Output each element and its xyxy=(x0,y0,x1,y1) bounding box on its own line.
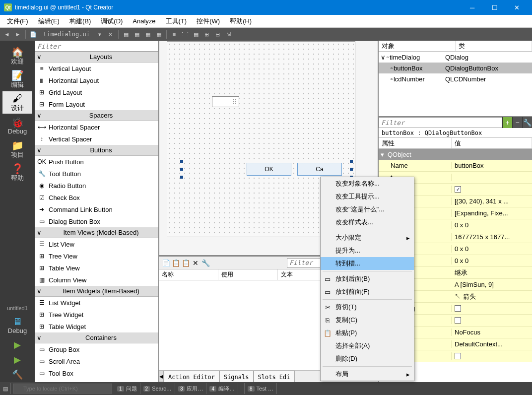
widget-item[interactable]: ⊟Form Layout xyxy=(35,98,158,110)
context-menu-item[interactable]: 📋粘贴(P) xyxy=(321,327,414,339)
bottom-tab[interactable]: Slots Edi xyxy=(254,371,295,382)
run-button[interactable]: ▶ xyxy=(2,337,32,352)
widget-item[interactable]: ⊞Tree View xyxy=(35,250,158,262)
widget-item[interactable]: ☑Check Box xyxy=(35,192,158,203)
widget-item[interactable]: ◉Radio Button xyxy=(35,180,158,192)
widget-item[interactable]: ▭Dialog Button Box xyxy=(35,215,158,227)
properties-icon[interactable]: 🔧 xyxy=(200,258,210,268)
object-tree-row[interactable]: ▫lcdNumberQLCDNumber xyxy=(379,73,532,84)
menu-item[interactable]: 构建(B) xyxy=(65,15,96,27)
target-selector[interactable]: 🖥Debug xyxy=(2,314,32,336)
bottom-tab[interactable]: Action Editor xyxy=(164,371,219,382)
widget-item[interactable]: ⊞Tree Widget xyxy=(35,309,158,321)
menu-item[interactable]: 文件(F) xyxy=(2,15,33,27)
widget-item[interactable]: ⊞Table View xyxy=(35,262,158,274)
widget-item[interactable]: ☰List View xyxy=(35,238,158,250)
widget-item[interactable]: ▭Tool Box xyxy=(35,367,158,379)
context-menu-item[interactable]: 布局▸ xyxy=(321,368,414,381)
lcd-number-widget[interactable]: ⠿ xyxy=(212,96,239,107)
mode-button[interactable]: 🐞Debug xyxy=(2,115,32,137)
open-file-path[interactable]: timedialog.ui xyxy=(39,31,94,38)
status-pane-button[interactable]: 1问题 xyxy=(114,383,140,394)
dialog-button-box[interactable]: OK Ca xyxy=(182,162,351,177)
property-category[interactable]: ▾QObject xyxy=(379,149,532,160)
forward-icon[interactable]: ► xyxy=(13,29,23,39)
remove-property-icon[interactable]: − xyxy=(512,117,522,128)
status-pane-button[interactable]: 8Test … xyxy=(245,383,277,394)
context-menu-item[interactable]: ⎘复制(C) xyxy=(321,314,414,327)
widget-item[interactable]: ⫼Horizontal Layout xyxy=(35,74,158,86)
paste-action-icon[interactable]: 📋 xyxy=(181,258,191,268)
close-button[interactable]: ✕ xyxy=(506,0,528,15)
back-icon[interactable]: ◄ xyxy=(2,29,12,39)
menu-item[interactable]: Analyze xyxy=(128,15,160,27)
context-menu-item[interactable]: 转到槽... xyxy=(321,257,414,270)
build-button[interactable]: 🔨 xyxy=(2,367,32,382)
mode-button[interactable]: 🏠欢迎 xyxy=(2,45,32,67)
new-action-icon[interactable]: 📄 xyxy=(161,258,171,268)
property-filter[interactable] xyxy=(379,117,502,128)
break-layout-icon[interactable]: ⊟ xyxy=(213,29,223,39)
layout-form-icon[interactable]: ⊞ xyxy=(202,29,212,39)
tree-header[interactable]: 类 xyxy=(456,41,532,51)
bottom-tab[interactable]: Signals xyxy=(219,371,254,382)
layout-horiz-icon[interactable]: ≡ xyxy=(169,29,179,39)
dropdown-icon[interactable]: ▾ xyxy=(95,29,105,39)
widget-item[interactable]: ↕Vertical Spacer xyxy=(35,133,158,145)
mode-button[interactable]: ❓帮助 xyxy=(2,161,32,184)
widget-category-header[interactable]: ∨Item Views (Model-Based) xyxy=(35,227,158,238)
context-menu-item[interactable]: ▭放到后面(B) xyxy=(321,272,414,285)
configure-icon[interactable]: 🔧 xyxy=(522,117,532,128)
add-property-icon[interactable]: + xyxy=(502,117,512,128)
widget-category-header[interactable]: ∨Buttons xyxy=(35,145,158,156)
widget-item[interactable]: ▭Group Box xyxy=(35,343,158,355)
status-pane-button[interactable] xyxy=(238,383,245,394)
context-menu-item[interactable]: 提升为... xyxy=(321,244,414,257)
status-pane-button[interactable]: 2Searc… xyxy=(140,383,175,394)
menu-item[interactable]: 帮助(H) xyxy=(225,15,257,27)
menu-item[interactable]: 工具(T) xyxy=(161,15,192,27)
menu-item[interactable]: 调试(D) xyxy=(96,15,128,27)
widget-item[interactable]: ▥Column View xyxy=(35,274,158,286)
copy-action-icon[interactable]: 📋 xyxy=(171,258,181,268)
mode-button[interactable]: 📁项目 xyxy=(2,138,32,160)
mode-button[interactable]: 🖌设计 xyxy=(2,91,32,114)
context-menu-item[interactable]: 改变"这是什么"... xyxy=(321,203,414,216)
context-menu-item[interactable]: 改变样式表... xyxy=(321,216,414,229)
toolbar-icon[interactable]: ▦ xyxy=(143,29,153,39)
object-tree-row[interactable]: ▫buttonBoxQDialogButtonBox xyxy=(379,63,532,73)
mode-button[interactable]: 📝编辑 xyxy=(2,68,32,90)
menu-item[interactable]: 编辑(E) xyxy=(33,15,65,27)
widget-item[interactable]: ➜Command Link Button xyxy=(35,203,158,215)
widget-category-header[interactable]: ∨Containers xyxy=(35,332,158,343)
widget-item[interactable]: ⊞Grid Layout xyxy=(35,86,158,98)
context-menu-item[interactable]: 改变工具提示... xyxy=(321,190,414,203)
context-menu-item[interactable]: 大小限定▸ xyxy=(321,231,414,244)
context-menu-item[interactable]: ✂剪切(T) xyxy=(321,301,414,314)
tree-header[interactable]: 对象 xyxy=(379,41,456,51)
context-menu-item[interactable]: 选择全部(A) xyxy=(321,339,414,352)
cancel-button[interactable]: Ca xyxy=(297,163,342,176)
toolbar-icon[interactable]: ▦ xyxy=(154,29,164,39)
toolbar-icon[interactable]: ▦ xyxy=(121,29,131,39)
status-pane-button[interactable]: 4编译… xyxy=(206,383,238,394)
widgetbox-filter[interactable] xyxy=(35,41,158,52)
widget-category-header[interactable]: ∨Spacers xyxy=(35,110,158,121)
widget-item[interactable]: ≡Vertical Layout xyxy=(35,63,158,74)
status-pane-button[interactable]: 3应用… xyxy=(175,383,207,394)
tab-scroll-left-icon[interactable]: ◄ xyxy=(159,371,164,382)
layout-vert-icon[interactable]: ⋮⋮ xyxy=(180,29,190,39)
locator-input[interactable] xyxy=(13,384,112,394)
widget-item[interactable]: 🔧Tool Button xyxy=(35,168,158,180)
toggle-sidebar-icon[interactable]: ▤ xyxy=(0,383,11,394)
context-menu-item[interactable]: 删除(D) xyxy=(321,352,414,365)
ok-button[interactable]: OK xyxy=(247,163,291,176)
adjust-size-icon[interactable]: ⇲ xyxy=(224,29,234,39)
context-menu-item[interactable]: ▭放到前面(F) xyxy=(321,285,414,298)
context-menu-item[interactable]: 改变对象名称... xyxy=(321,177,414,190)
property-header[interactable]: 属性 xyxy=(379,138,452,148)
maximize-button[interactable]: ☐ xyxy=(483,0,506,15)
menu-item[interactable]: 控件(W) xyxy=(192,15,225,27)
widget-item[interactable]: ⊞Table Widget xyxy=(35,321,158,332)
property-header[interactable]: 值 xyxy=(452,138,532,148)
